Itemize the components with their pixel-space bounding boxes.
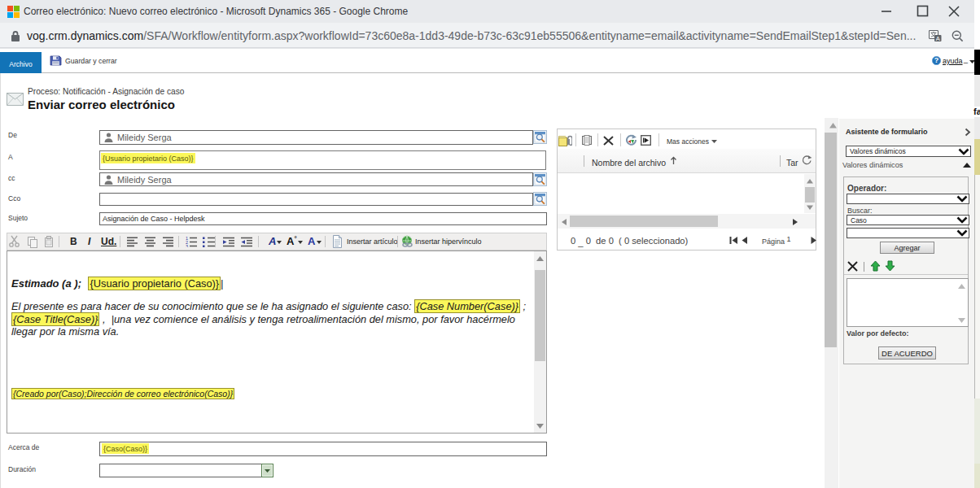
svg-text:?: ? [934, 56, 939, 64]
svg-text:3: 3 [186, 244, 188, 248]
svg-text:A: A [936, 35, 940, 42]
